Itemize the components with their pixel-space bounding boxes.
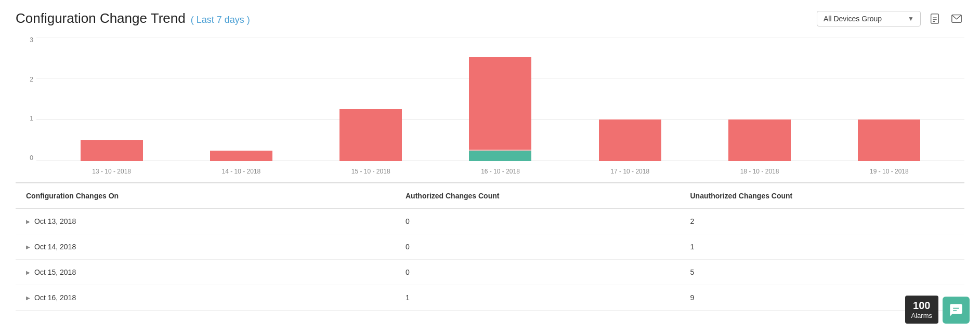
chat-button[interactable]	[943, 297, 970, 324]
x-axis: 13 - 10 - 201814 - 10 - 201815 - 10 - 20…	[36, 161, 964, 182]
dropdown-label: All Devices Group	[824, 15, 882, 23]
x-axis-label: 15 - 10 - 2018	[329, 168, 412, 175]
unauthorized-count: 2	[680, 209, 965, 234]
table-row: ▶Oct 15, 201805	[16, 260, 964, 285]
table-row: ▶Oct 16, 201819	[16, 285, 964, 311]
expand-row-icon[interactable]: ▶	[26, 244, 30, 250]
chevron-down-icon: ▼	[908, 15, 914, 22]
bar-group[interactable]	[589, 119, 672, 161]
header-controls: All Devices Group ▼	[817, 11, 964, 26]
bar-group[interactable]	[329, 109, 412, 161]
alarms-button[interactable]: 100 Alarms	[905, 296, 938, 324]
authorized-count: 0	[395, 209, 680, 234]
unauthorized-segment	[728, 119, 791, 161]
row-date: ▶Oct 16, 2018	[16, 285, 395, 311]
unauthorized-count: 5	[680, 260, 965, 285]
y-label-3: 3	[30, 37, 33, 43]
bar-stack	[858, 119, 920, 161]
device-group-dropdown[interactable]: All Devices Group ▼	[817, 11, 921, 26]
unauthorized-segment	[858, 119, 920, 161]
date-text: Oct 16, 2018	[34, 293, 76, 302]
page-container: Configuration Change Trend ( Last 7 days…	[0, 0, 980, 334]
date-text: Oct 15, 2018	[34, 268, 76, 276]
chat-icon	[949, 303, 963, 317]
header-row: Configuration Change Trend ( Last 7 days…	[16, 10, 964, 26]
bar-stack	[339, 109, 402, 161]
authorized-segment	[469, 151, 531, 161]
table-row: ▶Oct 14, 201801	[16, 234, 964, 260]
mail-icon	[951, 13, 962, 24]
chart-inner: 3 2 1 0 13 - 10 - 201814 - 10 - 201815 -…	[16, 37, 964, 182]
unauthorized-segment	[599, 119, 661, 161]
row-date: ▶Oct 14, 2018	[16, 234, 395, 260]
alarm-count: 100	[911, 300, 932, 312]
bar-group[interactable]	[70, 140, 153, 161]
y-label-1: 1	[30, 115, 33, 122]
bar-group[interactable]	[200, 151, 283, 161]
row-date: ▶Oct 15, 2018	[16, 260, 395, 285]
unauthorized-segment	[469, 57, 531, 151]
unauthorized-segment	[210, 151, 272, 161]
x-axis-label: 19 - 10 - 2018	[847, 168, 931, 175]
bar-group[interactable]	[847, 119, 931, 161]
subtitle: ( Last 7 days )	[191, 15, 250, 25]
y-label-2: 2	[30, 76, 33, 83]
svg-rect-0	[931, 14, 939, 23]
unauthorized-segment	[81, 140, 143, 161]
col-authorized: Authorized Changes Count	[395, 183, 680, 209]
table-row: ▶Oct 13, 201802	[16, 209, 964, 234]
x-axis-label: 13 - 10 - 2018	[70, 168, 153, 175]
authorized-count: 1	[395, 285, 680, 311]
authorized-count: 0	[395, 260, 680, 285]
page-title: Configuration Change Trend	[16, 10, 186, 26]
bar-divider	[469, 150, 531, 151]
bar-stack	[469, 57, 531, 161]
unauthorized-segment	[339, 109, 402, 161]
alarms-label: Alarms	[911, 312, 932, 319]
table-container: Configuration Changes On Authorized Chan…	[16, 182, 964, 311]
pdf-icon	[929, 13, 940, 24]
row-date: ▶Oct 13, 2018	[16, 209, 395, 234]
expand-row-icon[interactable]: ▶	[26, 270, 30, 275]
expand-row-icon[interactable]: ▶	[26, 295, 30, 301]
bars-container	[36, 37, 964, 161]
bar-stack	[728, 119, 791, 161]
x-axis-label: 17 - 10 - 2018	[589, 168, 672, 175]
changes-table: Configuration Changes On Authorized Chan…	[16, 183, 964, 311]
col-unauthorized: Unauthorized Changes Count	[680, 183, 965, 209]
date-text: Oct 13, 2018	[34, 217, 76, 225]
date-text: Oct 14, 2018	[34, 243, 76, 251]
x-axis-label: 16 - 10 - 2018	[459, 168, 542, 175]
bar-group[interactable]	[459, 57, 542, 161]
table-header-row: Configuration Changes On Authorized Chan…	[16, 183, 964, 209]
x-axis-label: 14 - 10 - 2018	[200, 168, 283, 175]
authorized-count: 0	[395, 234, 680, 260]
unauthorized-count: 1	[680, 234, 965, 260]
col-date: Configuration Changes On	[16, 183, 395, 209]
expand-row-icon[interactable]: ▶	[26, 219, 30, 224]
y-axis: 3 2 1 0	[16, 37, 36, 161]
bar-group[interactable]	[718, 119, 801, 161]
y-label-0: 0	[30, 155, 33, 161]
bar-stack	[81, 140, 143, 161]
email-button[interactable]	[949, 11, 964, 26]
export-pdf-button[interactable]	[927, 11, 943, 26]
bar-stack	[599, 119, 661, 161]
bar-stack	[210, 151, 272, 161]
chart-container: 3 2 1 0 13 - 10 - 201814 - 10 - 201815 -…	[16, 37, 964, 182]
title-area: Configuration Change Trend ( Last 7 days…	[16, 10, 250, 26]
x-axis-label: 18 - 10 - 2018	[718, 168, 801, 175]
